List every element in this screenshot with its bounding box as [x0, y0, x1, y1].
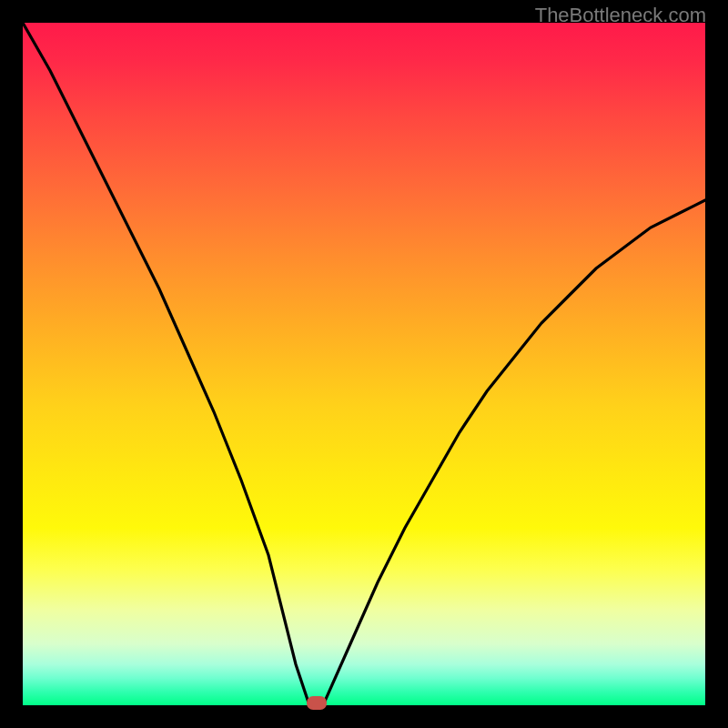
bottleneck-curve-line	[23, 23, 705, 705]
plot-frame	[23, 23, 705, 705]
optimal-point-marker	[307, 696, 327, 710]
watermark-text: TheBottleneck.com	[535, 4, 706, 27]
curve-svg	[23, 23, 705, 705]
